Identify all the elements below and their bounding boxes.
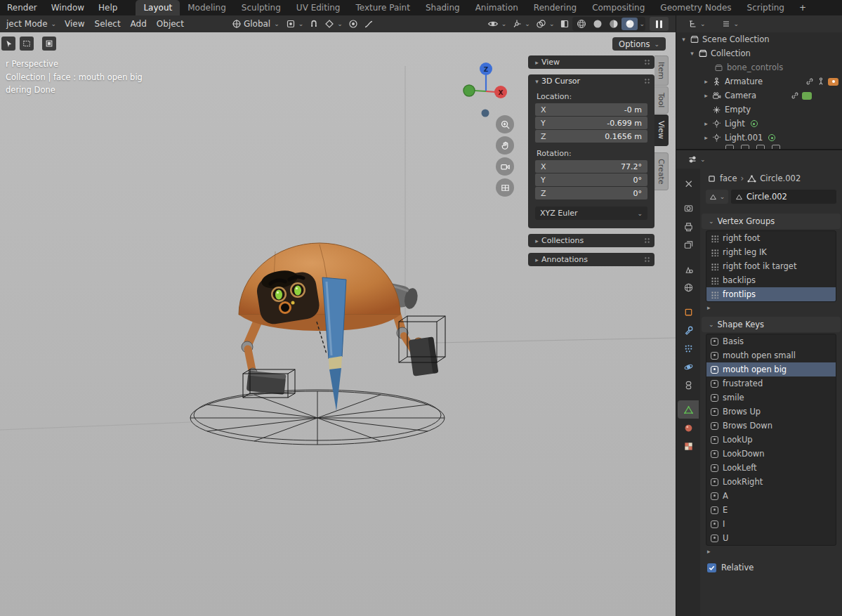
collapse-down-icon[interactable]: ▾ bbox=[679, 36, 688, 43]
properties-editor-type-dropdown[interactable]: ⌄ bbox=[685, 152, 709, 166]
cursor-rotation-y-field[interactable]: Y 0° bbox=[535, 173, 647, 186]
navigation-gizmo[interactable]: Z X bbox=[456, 61, 515, 120]
shading-solid-button[interactable] bbox=[589, 18, 605, 30]
panel-drag-handle[interactable] bbox=[644, 237, 650, 244]
menu-render[interactable]: Render bbox=[0, 0, 44, 15]
shape-key-item[interactable]: smile bbox=[706, 391, 836, 405]
workspace-tab-sculpting[interactable]: Sculpting bbox=[234, 0, 289, 15]
shape-key-item[interactable]: LookLeft bbox=[706, 461, 836, 475]
menu-window[interactable]: Window bbox=[44, 0, 91, 15]
shape-key-item[interactable]: frustrated bbox=[706, 376, 836, 391]
workspace-tab-animation[interactable]: Animation bbox=[468, 0, 526, 15]
shading-material-button[interactable] bbox=[605, 18, 621, 30]
workspace-tab-layout[interactable]: Layout bbox=[136, 0, 180, 15]
cursor-location-x-field[interactable]: X -0 m bbox=[535, 103, 647, 116]
shape-key-item[interactable]: LookUp bbox=[706, 433, 836, 447]
vertex-group-item[interactable]: right foot ik target bbox=[706, 259, 836, 273]
collapse-right-icon[interactable]: ▸ bbox=[702, 120, 711, 127]
pause-button[interactable] bbox=[650, 17, 669, 31]
relative-checkbox[interactable] bbox=[707, 563, 716, 572]
proportional-editing-toggle[interactable] bbox=[346, 17, 361, 31]
breadcrumb-object[interactable]: face bbox=[720, 173, 737, 183]
workspace-tab-scripting[interactable]: Scripting bbox=[739, 0, 792, 15]
outliner-editor-type-dropdown[interactable]: ⌄ bbox=[685, 17, 709, 31]
shape-key-item[interactable]: LookDown bbox=[706, 447, 836, 461]
xray-toggle[interactable] bbox=[557, 17, 572, 31]
collapse-right-icon[interactable]: ▸ bbox=[702, 134, 711, 141]
workspace-tab-modeling[interactable]: Modeling bbox=[180, 0, 234, 15]
sidebar-tab-create[interactable]: Create bbox=[654, 152, 669, 191]
tab-render-properties[interactable] bbox=[678, 199, 699, 217]
workspace-tab-rendering[interactable]: Rendering bbox=[526, 0, 584, 15]
shape-key-item[interactable]: I bbox=[706, 517, 836, 531]
cursor-rotation-x-field[interactable]: X 77.2° bbox=[535, 160, 647, 173]
pose-mode-icon[interactable] bbox=[817, 77, 825, 86]
panel-drag-handle[interactable] bbox=[644, 256, 650, 263]
workspace-tab-compositing[interactable]: Compositing bbox=[584, 0, 652, 15]
object-visibility-dropdown[interactable]: ⌄ bbox=[485, 17, 510, 31]
shape-key-item[interactable]: U bbox=[706, 531, 836, 545]
tab-view-layer-properties[interactable] bbox=[678, 235, 699, 254]
tab-scene-properties[interactable] bbox=[678, 260, 699, 278]
workspace-tab-shading[interactable]: Shading bbox=[418, 0, 468, 15]
add-workspace-button[interactable]: + bbox=[792, 0, 813, 15]
workspace-tab-texture-paint[interactable]: Texture Paint bbox=[348, 0, 417, 15]
zoom-button[interactable] bbox=[496, 115, 514, 133]
transform-orientation-dropdown[interactable]: Global ⌄ bbox=[228, 19, 283, 29]
camera-view-button[interactable] bbox=[496, 157, 514, 176]
vertex-groups-expand-toggle[interactable]: ▸ bbox=[700, 302, 842, 313]
menu-view[interactable]: View bbox=[60, 19, 89, 29]
mode-dropdown[interactable]: ject Mode ⌄ bbox=[3, 19, 60, 29]
shape-key-item[interactable]: mouth open small bbox=[706, 348, 836, 362]
menu-help[interactable]: Help bbox=[91, 0, 124, 15]
gizmo-y-axis[interactable] bbox=[463, 85, 475, 96]
vertex-group-item[interactable]: backlips bbox=[706, 273, 836, 287]
tab-material-properties[interactable] bbox=[678, 419, 699, 437]
tab-output-properties[interactable] bbox=[678, 217, 699, 235]
overlays-dropdown[interactable]: ⌄ bbox=[533, 17, 558, 31]
library-link-icon[interactable] bbox=[805, 77, 814, 86]
shape-key-item[interactable]: E bbox=[706, 503, 836, 517]
move-view-button[interactable] bbox=[496, 136, 514, 155]
tab-modifier-properties[interactable] bbox=[678, 321, 699, 339]
tab-texture-properties[interactable] bbox=[678, 437, 699, 455]
shape-key-item[interactable]: Brows Up bbox=[706, 405, 836, 419]
shape-keys-expand-toggle[interactable]: ▸ bbox=[700, 546, 842, 556]
shading-rendered-button[interactable] bbox=[621, 18, 638, 30]
shape-key-item[interactable]: Brows Down bbox=[706, 419, 836, 433]
tab-object-properties[interactable] bbox=[678, 303, 699, 321]
shape-key-item-active[interactable]: mouth open big bbox=[706, 362, 836, 376]
sidebar-tab-tool[interactable]: Tool bbox=[654, 86, 669, 114]
cursor-location-z-field[interactable]: Z 0.1656 m bbox=[535, 130, 647, 143]
tab-tool-properties[interactable] bbox=[678, 174, 699, 192]
menu-object[interactable]: Object bbox=[152, 19, 189, 29]
rotation-mode-dropdown[interactable]: XYZ Euler ⌄ bbox=[535, 207, 647, 220]
panel-3d-cursor-header[interactable]: ▾ 3D Cursor bbox=[528, 74, 654, 88]
gizmos-dropdown[interactable]: ⌄ bbox=[509, 17, 533, 31]
outliner-row-light[interactable]: ▸ Light bbox=[676, 117, 842, 131]
shape-key-item[interactable]: Basis bbox=[706, 334, 836, 348]
sidebar-tab-item[interactable]: Item bbox=[654, 55, 669, 86]
character-mesh[interactable] bbox=[239, 243, 438, 411]
vertex-groups-header[interactable]: ⌄ Vertex Groups bbox=[702, 214, 841, 229]
toggle-perspective-button[interactable] bbox=[496, 178, 514, 197]
tab-physics-properties[interactable] bbox=[678, 358, 699, 376]
data-type-dropdown[interactable]: ⌄ bbox=[706, 190, 728, 204]
tab-world-properties[interactable] bbox=[678, 278, 699, 296]
collapse-down-icon[interactable]: ▾ bbox=[688, 50, 697, 57]
outliner-display-mode-dropdown[interactable]: ⌄ bbox=[718, 17, 742, 31]
vertex-group-item[interactable]: right leg IK bbox=[706, 245, 836, 259]
cursor-location-y-field[interactable]: Y -0.699 m bbox=[535, 117, 647, 129]
panel-collections[interactable]: ▸ Collections bbox=[528, 234, 654, 247]
shape-keys-header[interactable]: ⌄ Shape Keys bbox=[702, 317, 841, 332]
pivot-point-dropdown[interactable]: ⌄ bbox=[283, 17, 307, 31]
shape-key-item[interactable]: LookRight bbox=[706, 475, 836, 489]
sidebar-tab-view[interactable]: View bbox=[654, 114, 669, 145]
panel-drag-handle[interactable] bbox=[644, 78, 650, 84]
library-link-icon[interactable] bbox=[791, 91, 799, 100]
panel-annotations[interactable]: ▸ Annotations bbox=[528, 253, 654, 266]
data-name-field[interactable]: Circle.002 bbox=[731, 190, 836, 204]
snap-toggle[interactable] bbox=[306, 17, 322, 31]
vertex-group-item[interactable]: right foot bbox=[706, 231, 836, 245]
options-dropdown[interactable]: Options ⌄ bbox=[612, 37, 666, 51]
